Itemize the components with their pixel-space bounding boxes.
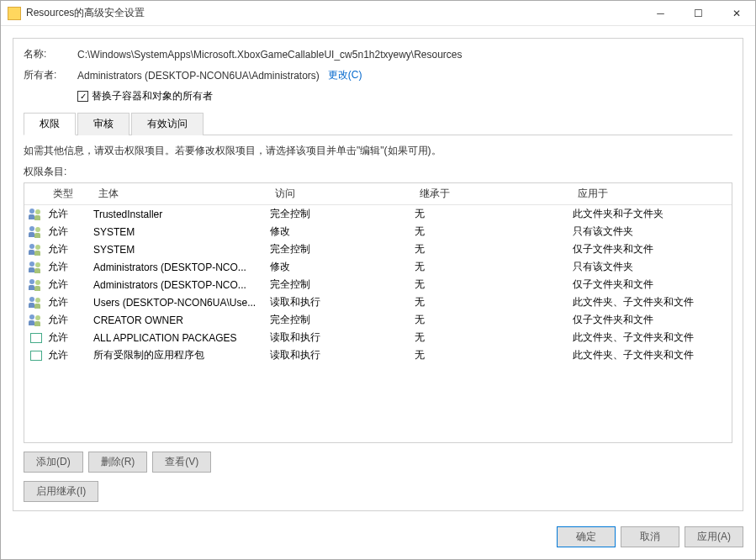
titlebar-controls: ─ ☐ ✕ [642, 1, 755, 25]
name-value: C:\Windows\SystemApps\Microsoft.XboxGame… [77, 49, 463, 61]
cell-type: 允许 [48, 348, 93, 362]
table-row[interactable]: 允许ALL APPLICATION PACKAGES读取和执行无此文件夹、子文件… [24, 329, 732, 346]
table-row[interactable]: 允许所有受限制的应用程序包读取和执行无此文件夹、子文件夹和文件 [24, 346, 732, 364]
table-row[interactable]: 允许TrustedInstaller完全控制无此文件夹和子文件夹 [24, 205, 732, 223]
cell-inherit: 无 [415, 295, 573, 309]
cell-apply: 只有该文件夹 [573, 225, 732, 239]
cell-access: 修改 [270, 260, 415, 274]
maximize-button[interactable]: ☐ [679, 1, 717, 25]
cell-access: 完全控制 [270, 313, 415, 327]
users-icon [24, 262, 48, 273]
name-row: 名称: C:\Windows\SystemApps\Microsoft.Xbox… [24, 47, 732, 61]
cell-type: 允许 [48, 242, 93, 256]
tab-effective-access[interactable]: 有效访问 [131, 113, 204, 135]
cell-inherit: 无 [415, 207, 573, 221]
change-owner-link[interactable]: 更改(C) [328, 68, 362, 82]
cell-apply: 仅子文件夹和文件 [573, 242, 732, 256]
table-row[interactable]: 允许SYSTEM修改无只有该文件夹 [24, 223, 732, 240]
header-inherit[interactable]: 继承于 [415, 183, 573, 204]
cell-type: 允许 [48, 207, 93, 221]
table-row[interactable]: 允许Administrators (DESKTOP-NCO...修改无只有该文件… [24, 258, 732, 276]
cell-access: 完全控制 [270, 242, 415, 256]
enable-inheritance-button[interactable]: 启用继承(I) [24, 481, 98, 502]
ok-button[interactable]: 确定 [557, 526, 616, 547]
users-icon [24, 244, 48, 256]
cell-access: 读取和执行 [270, 330, 415, 345]
header-apply[interactable]: 应用于 [573, 183, 732, 204]
cell-apply: 仅子文件夹和文件 [573, 277, 732, 292]
cell-access: 读取和执行 [270, 295, 415, 309]
cell-type: 允许 [48, 295, 93, 309]
view-button[interactable]: 查看(V) [152, 452, 211, 473]
cell-access: 修改 [270, 225, 415, 239]
tab-permissions[interactable]: 权限 [24, 113, 76, 135]
table-row[interactable]: 允许CREATOR OWNER完全控制无仅子文件夹和文件 [24, 311, 732, 329]
cell-principal: ALL APPLICATION PACKAGES [93, 332, 270, 344]
cell-principal: Administrators (DESKTOP-NCO... [93, 262, 270, 273]
cell-type: 允许 [48, 225, 93, 239]
tab-strip: 权限 审核 有效访问 [24, 112, 732, 135]
cell-principal: TrustedInstaller [93, 209, 270, 220]
cell-type: 允许 [48, 277, 93, 292]
table-body: 允许TrustedInstaller完全控制无此文件夹和子文件夹允许SYSTEM… [24, 205, 732, 364]
cell-inherit: 无 [415, 330, 573, 345]
tab-auditing[interactable]: 审核 [77, 113, 130, 135]
folder-icon [8, 7, 21, 20]
permission-entries-label: 权限条目: [24, 165, 732, 179]
cell-principal: CREATOR OWNER [93, 314, 270, 326]
users-icon [24, 297, 48, 309]
cell-type: 允许 [48, 313, 93, 327]
cell-type: 允许 [48, 260, 93, 274]
cell-access: 读取和执行 [270, 348, 415, 362]
cancel-button[interactable]: 取消 [621, 526, 679, 547]
cell-apply: 仅子文件夹和文件 [573, 313, 732, 327]
cell-principal: 所有受限制的应用程序包 [93, 348, 270, 362]
cell-apply: 此文件夹、子文件夹和文件 [573, 348, 732, 362]
cell-apply: 此文件夹、子文件夹和文件 [573, 330, 732, 345]
users-icon [24, 209, 48, 220]
apply-button[interactable]: 应用(A) [685, 526, 743, 547]
owner-label: 所有者: [24, 68, 77, 82]
cell-principal: SYSTEM [93, 244, 270, 256]
users-icon [24, 314, 48, 326]
cell-access: 完全控制 [270, 207, 415, 221]
table-row[interactable]: 允许SYSTEM完全控制无仅子文件夹和文件 [24, 240, 732, 258]
close-button[interactable]: ✕ [717, 1, 755, 25]
cell-type: 允许 [48, 330, 93, 345]
window-title: Resources的高级安全设置 [26, 6, 642, 20]
cell-apply: 只有该文件夹 [573, 260, 732, 274]
owner-row: 所有者: Administrators (DESKTOP-NCON6UA\Adm… [24, 68, 732, 82]
content: 名称: C:\Windows\SystemApps\Microsoft.Xbox… [1, 26, 755, 520]
name-label: 名称: [24, 47, 77, 61]
header-access[interactable]: 访问 [270, 183, 415, 204]
permission-table: 类型 主体 访问 继承于 应用于 允许TrustedInstaller完全控制无… [24, 182, 732, 443]
cell-principal: Administrators (DESKTOP-NCO... [93, 279, 270, 291]
add-button[interactable]: 添加(D) [24, 452, 83, 473]
security-settings-window: Resources的高级安全设置 ─ ☐ ✕ 名称: C:\Windows\Sy… [0, 0, 756, 560]
cell-inherit: 无 [415, 313, 573, 327]
inner-panel: 名称: C:\Windows\SystemApps\Microsoft.Xbox… [13, 38, 743, 511]
header-icon [24, 183, 48, 204]
header-type[interactable]: 类型 [48, 183, 93, 204]
minimize-button[interactable]: ─ [642, 1, 679, 25]
table-header: 类型 主体 访问 继承于 应用于 [24, 183, 732, 205]
users-icon [24, 226, 48, 238]
replace-owner-row: ✓ 替换子容器和对象的所有者 [77, 89, 732, 103]
header-principal[interactable]: 主体 [93, 183, 270, 204]
cell-inherit: 无 [415, 348, 573, 362]
package-icon [24, 351, 48, 361]
table-row[interactable]: 允许Users (DESKTOP-NCON6UA\Use...读取和执行无此文件… [24, 293, 732, 311]
cell-apply: 此文件夹和子文件夹 [573, 207, 732, 221]
footer-buttons: 确定 取消 应用(A) [1, 520, 755, 559]
package-icon [24, 333, 48, 343]
cell-principal: SYSTEM [93, 226, 270, 238]
remove-button[interactable]: 删除(R) [88, 452, 148, 473]
cell-inherit: 无 [415, 242, 573, 256]
table-row[interactable]: 允许Administrators (DESKTOP-NCO...完全控制无仅子文… [24, 276, 732, 293]
replace-owner-checkbox[interactable]: ✓ [77, 91, 88, 102]
users-icon [24, 279, 48, 291]
replace-owner-label: 替换子容器和对象的所有者 [92, 89, 213, 103]
cell-apply: 此文件夹、子文件夹和文件 [573, 295, 732, 309]
owner-value: Administrators (DESKTOP-NCON6UA\Administ… [77, 70, 320, 82]
cell-access: 完全控制 [270, 277, 415, 292]
